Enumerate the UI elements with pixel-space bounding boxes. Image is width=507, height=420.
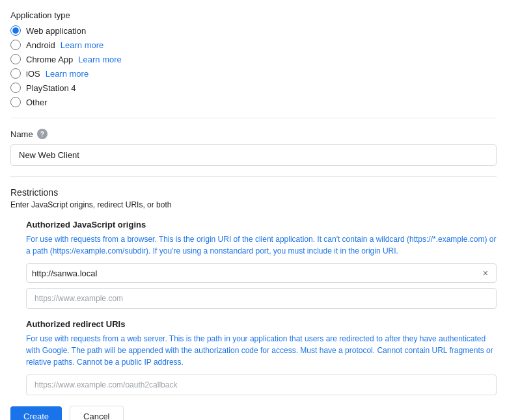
radio-label-ios: iOS	[26, 69, 40, 79]
radio-item-other[interactable]: Other	[10, 97, 497, 107]
restrictions-subtitle: Enter JavaScript origins, redirect URIs,…	[10, 200, 497, 209]
create-button[interactable]: Create	[10, 406, 62, 420]
radio-ios[interactable]	[10, 68, 21, 79]
js-origins-input[interactable]	[26, 288, 497, 309]
radio-item-ios[interactable]: iOS Learn more	[10, 68, 497, 79]
radio-label-chrome: Chrome App	[26, 55, 73, 64]
ios-learn-more-link[interactable]: Learn more	[46, 69, 89, 79]
app-type-section: Application type Web application Android…	[10, 10, 497, 107]
chrome-learn-more-link[interactable]: Learn more	[78, 55, 121, 64]
js-origins-value: http://sanwa.local	[32, 269, 480, 278]
name-help-icon[interactable]: ?	[37, 129, 48, 139]
redirect-uris-subsection: Authorized redirect URIs For use with re…	[26, 319, 497, 395]
js-origins-chip: http://sanwa.local ×	[26, 263, 497, 283]
radio-other[interactable]	[10, 97, 21, 107]
redirect-uris-desc: For use with requests from a web server.…	[26, 333, 497, 368]
radio-web[interactable]	[10, 25, 21, 36]
restrictions-title: Restrictions	[10, 187, 497, 198]
button-row: Create Cancel	[10, 406, 497, 420]
radio-label-playstation: PlayStation 4	[26, 83, 76, 93]
redirect-uris-input[interactable]	[26, 374, 497, 395]
name-input[interactable]	[10, 144, 497, 166]
radio-android[interactable]	[10, 40, 21, 50]
radio-item-chrome[interactable]: Chrome App Learn more	[10, 54, 497, 64]
cancel-button[interactable]: Cancel	[70, 406, 123, 420]
radio-label-other: Other	[26, 98, 48, 107]
js-origins-subsection: Authorized JavaScript origins For use wi…	[26, 220, 497, 309]
name-section: Name ?	[10, 129, 497, 166]
android-learn-more-link[interactable]: Learn more	[61, 40, 103, 50]
js-origins-clear-icon[interactable]: ×	[480, 267, 491, 280]
radio-label-android: Android	[26, 40, 55, 50]
name-label-row: Name ?	[10, 129, 497, 139]
radio-playstation[interactable]	[10, 83, 21, 93]
app-type-label: Application type	[10, 10, 497, 20]
app-type-radio-group: Web application Android Learn more Chrom…	[10, 25, 497, 107]
redirect-uris-title: Authorized redirect URIs	[26, 319, 497, 329]
radio-item-web[interactable]: Web application	[10, 25, 497, 36]
radio-chrome[interactable]	[10, 54, 21, 64]
radio-label-web: Web application	[26, 26, 86, 36]
divider-2	[10, 176, 497, 177]
divider-1	[10, 118, 497, 118]
js-origins-desc: For use with requests from a browser. Th…	[26, 233, 497, 257]
radio-item-android[interactable]: Android Learn more	[10, 40, 497, 50]
js-origins-title: Authorized JavaScript origins	[26, 220, 497, 230]
radio-item-playstation[interactable]: PlayStation 4	[10, 83, 497, 93]
name-label-text: Name	[10, 129, 33, 139]
restrictions-section: Restrictions Enter JavaScript origins, r…	[10, 187, 497, 395]
